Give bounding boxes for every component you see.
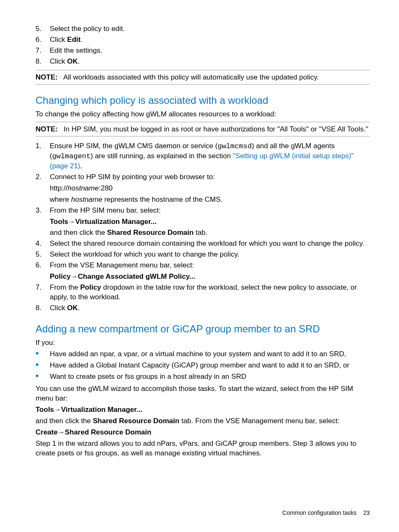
bullet-icon: • [36, 350, 50, 359]
list-item: 2. Connect to HP SIM by pointing your we… [36, 172, 370, 205]
step-text: Select the shared resource domain contai… [50, 239, 370, 249]
note-text: NOTE: All workloads associated with this… [36, 73, 370, 82]
page-footer: Common configuration tasks 23 [282, 509, 370, 517]
step-text: Edit the settings. [50, 46, 370, 56]
paragraph: You can use the gWLM wizard to accomplis… [36, 384, 370, 403]
list-item: 7. Edit the settings. [36, 46, 370, 56]
step-number: 8. [36, 303, 50, 313]
menu-path: Tools→Virtualization Manager... [50, 217, 370, 227]
step-number: 1. [36, 141, 50, 171]
menu-path: Tools→Virtualization Manager... [36, 405, 370, 415]
step-text: Select the policy to edit. [50, 24, 370, 34]
menu-path: Create→Shared Resource Domain [36, 428, 370, 437]
top-steps-list: 5. Select the policy to edit. 6. Click E… [36, 24, 370, 67]
step-number: 5. [36, 250, 50, 260]
step-text: Click OK. [50, 57, 370, 67]
note-label: NOTE: [36, 73, 58, 81]
step-number: 7. [36, 46, 50, 56]
list-item: 5. Select the policy to edit. [36, 24, 370, 34]
step-number: 6. [36, 35, 50, 45]
bullet-text: Have added an npar, a vpar, or a virtual… [50, 350, 370, 359]
list-item: 5. Select the workload for which you wan… [36, 250, 370, 260]
section-intro: To change the policy affecting how gWLM … [36, 110, 370, 119]
list-item: 6. Click Edit. [36, 35, 370, 45]
step-number: 3. [36, 206, 50, 238]
step-number: 4. [36, 239, 50, 249]
bullet-list: • Have added an npar, a vpar, or a virtu… [36, 350, 370, 382]
step-text: Select the workload for which you want t… [50, 250, 370, 260]
page-number: 23 [363, 509, 370, 516]
footer-title: Common configuration tasks [282, 509, 356, 516]
step-number: 7. [36, 283, 50, 302]
bullet-text: Want to create psets or fss groups in a … [50, 372, 370, 382]
divider [36, 84, 370, 85]
step-text: From the HP SIM menu bar, select: Tools→… [50, 206, 370, 238]
bullet-icon: • [36, 361, 50, 370]
note-box: NOTE: All workloads associated with this… [36, 70, 370, 85]
note-label: NOTE: [36, 125, 58, 133]
list-item: 7. From the Policy dropdown in the table… [36, 283, 370, 302]
section-intro: If you: [36, 338, 370, 348]
note-box: NOTE: In HP SIM, you must be logged in a… [36, 122, 370, 136]
section-heading: Changing which policy is associated with… [36, 94, 370, 107]
paragraph: and then click the Shared Resource Domai… [36, 416, 370, 426]
list-item: 8. Click OK. [36, 57, 370, 67]
step-number: 5. [36, 24, 50, 34]
note-text: NOTE: In HP SIM, you must be logged in a… [36, 125, 370, 134]
list-item: 6. From the VSE Management menu bar, sel… [36, 261, 370, 282]
list-item: • Have added an npar, a vpar, or a virtu… [36, 350, 370, 359]
list-item: • Want to create psets or fss groups in … [36, 372, 370, 382]
step-text: From the VSE Management menu bar, select… [50, 261, 370, 282]
step-text: Click Edit. [50, 35, 370, 45]
step-number: 2. [36, 172, 50, 205]
step-number: 6. [36, 261, 50, 282]
menu-path: Policy→Change Associated gWLM Policy... [50, 272, 370, 282]
divider [36, 122, 370, 122]
step-text: Ensure HP SIM, the gWLM CMS daemon or se… [50, 141, 370, 171]
divider [36, 70, 370, 70]
step-text: Connect to HP SIM by pointing your web b… [50, 172, 370, 205]
step-number: 8. [36, 57, 50, 67]
page: 5. Select the policy to edit. 6. Click E… [0, 0, 399, 532]
list-item: 1. Ensure HP SIM, the gWLM CMS daemon or… [36, 141, 370, 171]
list-item: 4. Select the shared resource domain con… [36, 239, 370, 249]
step-text: From the Policy dropdown in the table ro… [50, 283, 370, 302]
section-heading: Adding a new compartment or GiCAP group … [36, 322, 370, 336]
list-item: • Have added a Global Instant Capacity (… [36, 361, 370, 370]
paragraph: Step 1 in the wizard allows you to add n… [36, 439, 370, 458]
divider [36, 136, 370, 136]
list-item: 8. Click OK. [36, 303, 370, 313]
bullet-text: Have added a Global Instant Capacity (Gi… [50, 361, 370, 370]
section1-steps: 1. Ensure HP SIM, the gWLM CMS daemon or… [36, 141, 370, 313]
list-item: 3. From the HP SIM menu bar, select: Too… [36, 206, 370, 238]
bullet-icon: • [36, 372, 50, 382]
step-text: Click OK. [50, 303, 370, 313]
